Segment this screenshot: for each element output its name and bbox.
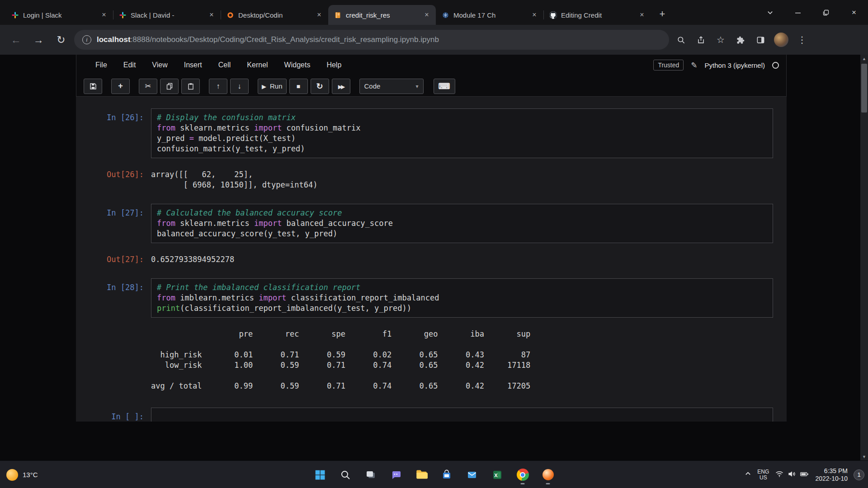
browser-tab[interactable]: Module 17 Ch×	[436, 5, 543, 25]
jupyter-icon[interactable]	[538, 465, 558, 485]
maximize-button[interactable]	[812, 0, 840, 25]
toolbar-buttons: +✂↑↓▶Run■↻▶▶	[84, 79, 350, 94]
reload-button[interactable]: ↻	[52, 30, 71, 49]
start-icon[interactable]	[310, 465, 330, 485]
menu-edit[interactable]: Edit	[123, 61, 136, 69]
search-icon[interactable]	[335, 465, 356, 485]
tray-chevron-up-icon[interactable]	[745, 470, 751, 479]
floppy-icon	[90, 83, 97, 90]
command-palette-button[interactable]: ⌨	[434, 79, 455, 94]
cut-cells-button[interactable]: ✂	[139, 79, 157, 94]
tab-close-icon[interactable]: ×	[99, 10, 108, 19]
menu-kernel[interactable]: Kernel	[247, 61, 268, 69]
code-cell: In [28]:# Print the imbalanced classific…	[76, 278, 787, 318]
jupyter-favicon	[226, 11, 234, 19]
chrome-icon[interactable]	[512, 465, 533, 485]
site-info-icon[interactable]: i	[82, 35, 91, 44]
cell-prompt: In [27]:	[76, 204, 144, 218]
menu-kebab-icon[interactable]: ⋮	[794, 32, 810, 48]
tab-close-icon[interactable]: ×	[422, 10, 431, 19]
code-editor[interactable]: # Calculated the balanced accuracy score…	[151, 204, 773, 243]
back-button[interactable]: ←	[6, 30, 25, 49]
paste-cells-button[interactable]	[181, 79, 200, 94]
restart-icon: ↻	[316, 81, 323, 91]
notebook-cells: In [26]:# Display the confusion matrixfr…	[76, 108, 787, 422]
weather-widget[interactable]: 13°C	[6, 461, 38, 488]
taskbar-clock[interactable]: 6:35 PM 2022-10-10	[815, 467, 848, 483]
edit-pencil-icon[interactable]: ✎	[691, 61, 697, 70]
browser-tab[interactable]: Slack | David -×	[113, 5, 221, 25]
scrollbar-thumb[interactable]	[861, 64, 867, 113]
menu-cell[interactable]: Cell	[218, 61, 231, 69]
bookmark-star-icon[interactable]: ☆	[712, 32, 729, 48]
cell-prompt: Out[26]:	[76, 165, 144, 180]
scroll-up-icon[interactable]: ▲	[860, 55, 868, 62]
mail-icon[interactable]	[462, 465, 482, 485]
window-controls: ×	[756, 0, 868, 25]
output-area: Out[26]:array([[ 62, 25], [ 6968, 10150]…	[76, 165, 787, 190]
extensions-icon[interactable]	[732, 32, 749, 48]
browser-tab[interactable]: Desktop/Codin×	[221, 5, 328, 25]
tray-status-icons[interactable]	[775, 469, 809, 480]
minimize-button[interactable]	[784, 0, 812, 25]
file-explorer-icon[interactable]	[411, 465, 432, 485]
jupyter-menubar: FileEditViewInsertCellKernelWidgetsHelp …	[76, 55, 786, 75]
browser-tab[interactable]: credit_risk_res×	[328, 5, 436, 25]
keyboard-icon: ⌨	[439, 81, 450, 91]
cell-prompt	[76, 325, 144, 329]
output-text: 0.6527933894952278	[151, 250, 773, 265]
code-editor[interactable]: # Display the confusion matrixfrom sklea…	[151, 108, 773, 158]
store-icon[interactable]	[436, 465, 457, 485]
volume-icon	[787, 469, 796, 480]
cell-prompt: In [ ]:	[76, 408, 144, 422]
page-scrollbar[interactable]: ▲ ▼	[860, 55, 868, 460]
zoom-icon[interactable]	[673, 32, 689, 48]
tab-search-chevron-icon[interactable]	[756, 0, 784, 25]
menu-view[interactable]: View	[152, 61, 167, 69]
move-cells-down-button[interactable]: ↓	[230, 79, 249, 94]
share-icon[interactable]	[693, 32, 709, 48]
side-panel-icon[interactable]	[752, 32, 769, 48]
omnibox[interactable]: i localhost:8888/notebooks/Desktop/Codin…	[74, 30, 669, 50]
tab-close-icon[interactable]: ×	[530, 10, 539, 19]
menu-insert[interactable]: Insert	[184, 61, 202, 69]
tab-close-icon[interactable]: ×	[315, 10, 324, 19]
output-text: pre rec spe f1 geo iba sup high_risk 0.0…	[151, 325, 773, 391]
tab-close-icon[interactable]: ×	[207, 10, 216, 19]
copy-cells-button[interactable]	[160, 79, 179, 94]
move-cells-up-button[interactable]: ↑	[209, 79, 227, 94]
new-tab-button[interactable]: +	[655, 6, 670, 22]
restart-kernel-button[interactable]: ↻	[311, 79, 329, 94]
weather-icon	[6, 469, 18, 481]
cell-type-select[interactable]: Code ▾	[359, 79, 424, 94]
scroll-down-icon[interactable]: ▼	[860, 453, 868, 460]
insert-cell-below-button[interactable]: +	[111, 79, 130, 94]
forward-button[interactable]: →	[29, 30, 48, 49]
task-view-icon[interactable]	[360, 465, 381, 485]
run-button[interactable]: ▶Run	[258, 79, 287, 94]
tab-title: credit_risk_res	[346, 11, 418, 19]
interrupt-kernel-button[interactable]: ■	[289, 79, 308, 94]
save-button[interactable]	[84, 79, 102, 94]
cell-type-value: Code	[364, 82, 381, 90]
restart-run-all-button[interactable]: ▶▶	[332, 79, 350, 94]
close-button[interactable]: ×	[840, 0, 868, 25]
language-indicator[interactable]: ENG US	[757, 469, 769, 481]
slack-favicon	[11, 11, 19, 19]
empty-cell: In [ ]:	[76, 408, 787, 422]
excel-icon[interactable]: X	[487, 465, 508, 485]
profile-avatar[interactable]	[774, 33, 788, 47]
browser-tab[interactable]: Login | Slack×	[5, 5, 113, 25]
tab-close-icon[interactable]: ×	[637, 10, 646, 19]
chat-icon[interactable]	[386, 465, 406, 485]
menu-file[interactable]: File	[95, 61, 107, 69]
code-editor[interactable]: # Print the imbalanced classification re…	[151, 278, 773, 318]
tray-time: 6:35 PM	[815, 467, 848, 475]
chevron-down-icon: ▾	[416, 83, 419, 89]
browser-tab[interactable]: Editing Credit×	[543, 5, 651, 25]
menu-help[interactable]: Help	[326, 61, 341, 69]
tab-title: Desktop/Codin	[238, 11, 311, 19]
notification-badge[interactable]: 1	[854, 469, 864, 480]
code-editor[interactable]	[151, 408, 773, 422]
menu-widgets[interactable]: Widgets	[284, 61, 311, 69]
